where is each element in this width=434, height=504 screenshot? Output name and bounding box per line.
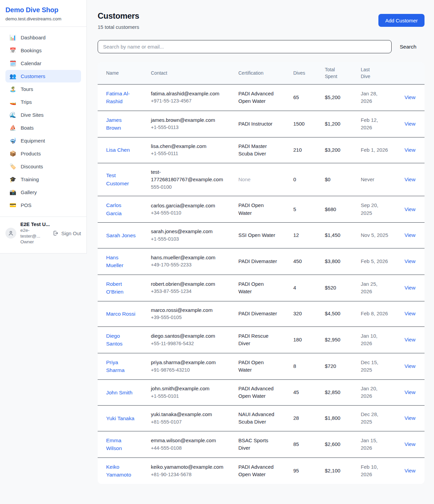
customer-certification: SSI Open Water (234, 223, 289, 248)
search-input[interactable] (98, 40, 392, 53)
customer-action-cell: View (392, 163, 425, 196)
customer-phone: +39-555-0105 (151, 314, 224, 321)
customer-email: priya.sharma@example.com (151, 359, 224, 367)
customer-name-link[interactable]: James Brown (106, 117, 122, 131)
view-link[interactable]: View (405, 311, 415, 316)
sidebar-item-dashboard[interactable]: 📊Dashboard (5, 31, 81, 44)
customer-name-cell: James Brown (98, 111, 147, 137)
view-link[interactable]: View (405, 94, 415, 100)
sidebar-item-label: Calendar (21, 60, 41, 66)
customer-name-cell: Sarah Jones (98, 223, 147, 248)
customer-total-spent: $1,450 (321, 223, 357, 248)
sign-out-label: Sign Out (61, 230, 81, 236)
sidebar-item-dive-sites[interactable]: 🌊Dive Sites (5, 109, 81, 121)
customer-email: john.smith@example.com (151, 385, 224, 393)
sidebar-item-label: Boats (21, 125, 34, 131)
customer-name-link[interactable]: John Smith (106, 390, 133, 395)
person-icon (8, 230, 14, 236)
customer-dives: 1500 (289, 111, 321, 137)
people-icon: 👥 (9, 73, 16, 79)
table-row: Fatima Al-Rashidfatima.alrashid@example.… (98, 84, 425, 111)
sidebar-item-pos[interactable]: 💳POS (5, 199, 81, 211)
view-link[interactable]: View (405, 285, 415, 291)
customer-certification: PADI Rescue Diver (234, 326, 289, 353)
view-link[interactable]: View (405, 258, 415, 264)
customer-name-cell: Test Customer (98, 163, 147, 196)
column-header-total-spent: Total Spent (321, 62, 357, 84)
customer-dives: 95 (289, 458, 321, 484)
customer-email: keiko.yamamoto@example.com (151, 463, 224, 471)
customer-certification: NAUI Advanced Scuba Diver (234, 405, 289, 431)
sidebar-item-customers[interactable]: 👥Customers (5, 70, 81, 82)
sidebar-item-label: Equipment (21, 138, 45, 144)
view-link[interactable]: View (405, 206, 415, 212)
sidebar-item-gallery[interactable]: 📸Gallery (5, 186, 81, 199)
view-link[interactable]: View (405, 468, 415, 473)
add-customer-button[interactable]: Add Customer (378, 14, 425, 27)
customer-table-body: Fatima Al-Rashidfatima.alrashid@example.… (98, 84, 425, 484)
sidebar-item-discounts[interactable]: 🏷️Discounts (5, 160, 81, 173)
sidebar-item-tours[interactable]: 🏝️Tours (5, 83, 81, 95)
customer-phone: +91-98765-43210 (151, 367, 224, 374)
sidebar-item-bookings[interactable]: 📅Bookings (5, 44, 81, 57)
customer-name-link[interactable]: Fatima Al-Rashid (106, 91, 130, 105)
customer-name-link[interactable]: Keiko Yamamoto (106, 464, 131, 478)
customer-name-cell: Hans Mueller (98, 248, 147, 275)
sidebar-item-boats[interactable]: ⛵Boats (5, 122, 81, 134)
customers-table-card: NameContactCertificationDivesTotal Spent… (98, 62, 425, 484)
customer-name-link[interactable]: Test Customer (106, 172, 129, 186)
sign-out-button[interactable]: Sign Out (53, 230, 81, 236)
customer-action-cell: View (392, 353, 425, 379)
customer-contact-cell: diego.santos@example.com+55-11-99876-543… (147, 326, 234, 353)
table-row: Carlos Garciacarlos.garcia@example.com+3… (98, 196, 425, 223)
view-link[interactable]: View (405, 176, 415, 182)
view-link[interactable]: View (405, 389, 415, 395)
search-button[interactable]: Search (392, 44, 425, 50)
customer-name-cell: Priya Sharma (98, 353, 147, 379)
view-link[interactable]: View (405, 337, 415, 342)
customer-name-link[interactable]: Hans Mueller (106, 255, 123, 268)
customer-certification: PADI Divemaster (234, 301, 289, 326)
sidebar-item-label: Dive Sites (21, 112, 44, 118)
customer-name-link[interactable]: Lisa Chen (106, 147, 130, 153)
brand-domain: demo.test.divestreams.com (5, 16, 81, 21)
customer-email: hans.mueller@example.com (151, 254, 224, 262)
customer-dives: 85 (289, 431, 321, 458)
sidebar-item-calendar[interactable]: 🗓️Calendar (5, 57, 81, 70)
customer-email: sarah.jones@example.com (151, 228, 224, 236)
view-link[interactable]: View (405, 441, 415, 447)
table-row: Keiko Yamamotokeiko.yamamoto@example.com… (98, 458, 425, 484)
customer-contact-cell: fatima.alrashid@example.com+971-55-123-4… (147, 84, 234, 111)
customer-phone: +81-90-1234-5678 (151, 471, 224, 479)
view-link[interactable]: View (405, 232, 415, 238)
customer-email: yuki.tanaka@example.com (151, 411, 224, 418)
customer-last-dive: Feb 5, 2026 (357, 248, 392, 275)
customer-certification: BSAC Sports Diver (234, 431, 289, 458)
customer-name-link[interactable]: Priya Sharma (106, 359, 124, 373)
customer-last-dive: Dec 15, 2025 (357, 353, 392, 379)
sidebar-item-label: Trips (21, 99, 32, 105)
customer-name-link[interactable]: Diego Santos (106, 333, 122, 347)
customer-name-link[interactable]: Marco Rossi (106, 311, 135, 317)
view-link[interactable]: View (405, 363, 415, 369)
sidebar-item-equipment[interactable]: 🤿Equipment (5, 134, 81, 147)
customer-dives: 320 (289, 301, 321, 326)
customer-action-cell: View (392, 137, 425, 163)
customer-name-link[interactable]: Emma Wilson (106, 437, 122, 451)
customer-name-link[interactable]: Yuki Tanaka (106, 415, 134, 421)
customer-name-cell: Keiko Yamamoto (98, 458, 147, 484)
customer-name-link[interactable]: Carlos Garcia (106, 202, 122, 216)
sidebar-item-trips[interactable]: 🚤Trips (5, 96, 81, 108)
customer-name-link[interactable]: Robert O'Brien (106, 281, 123, 295)
customer-email: fatima.alrashid@example.com (151, 90, 224, 98)
customer-dives: 5 (289, 196, 321, 223)
sidebar-item-products[interactable]: 📦Products (5, 147, 81, 160)
sidebar-item-training[interactable]: 🎓Training (5, 173, 81, 186)
view-link[interactable]: View (405, 147, 415, 153)
customer-action-cell: View (392, 275, 425, 301)
customer-name-link[interactable]: Sarah Jones (106, 232, 136, 238)
view-link[interactable]: View (405, 415, 415, 421)
customer-total-spent: $720 (321, 353, 357, 379)
view-link[interactable]: View (405, 121, 415, 127)
customer-action-cell: View (392, 196, 425, 223)
